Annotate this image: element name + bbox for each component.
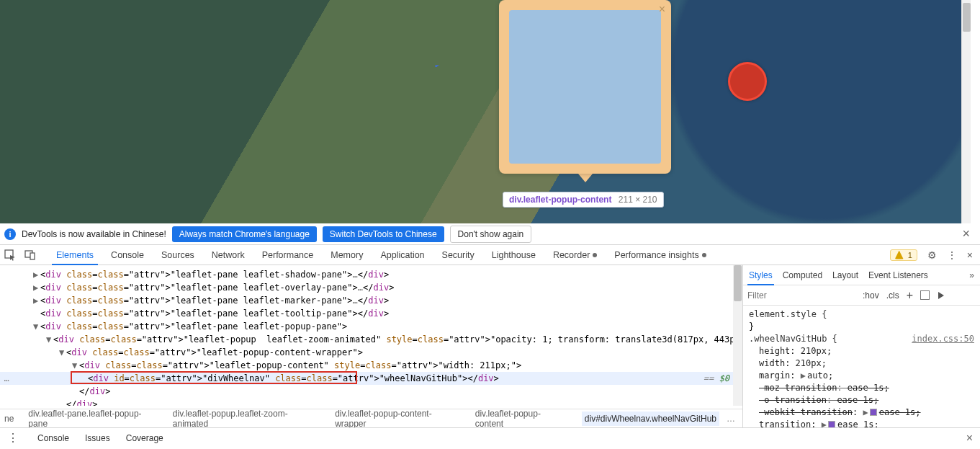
dom-line[interactable]: ▼<div class=class="attrv">"leaflet-popup… [0,359,742,372]
popup-content[interactable] [509,10,661,164]
dom-line[interactable]: ▶<div class=class="attrv">"leaflet-pane … [0,294,742,307]
styles-filter-row: :hov .cls + [743,285,980,306]
dont-show-button[interactable]: Don't show again [450,226,532,243]
warnings-chip[interactable]: 1 [890,249,917,261]
style-rules[interactable]: element.style {}.wheelNavGitHub {index.c… [743,306,980,427]
styles-tab-event-listeners[interactable]: Event Listeners [868,270,928,280]
rule-selector[interactable]: .wheelNavGitHub {index.css:50 [745,333,979,345]
device-toggle-icon[interactable] [24,249,36,261]
breadcrumb-overflow-icon[interactable]: … [727,414,735,424]
inspect-element-icon[interactable] [4,249,16,261]
page-scrollbar[interactable] [961,0,971,223]
preview-dot-icon [593,253,597,257]
tooltip-size: 211 × 210 [619,195,657,205]
preview-dot-icon [702,253,706,257]
color-swatch-icon[interactable] [870,409,877,416]
drawer-more-icon[interactable]: ⋮ [7,431,19,445]
tab-performance-insights[interactable]: Performance insights [606,245,714,264]
rule-close: } [745,321,979,333]
css-property[interactable]: -webkit-transition: ▶ease 1s; [745,406,979,419]
css-property[interactable]: margin: ▶auto; [745,370,979,382]
map-viewport[interactable]: × div.leaflet-popup-content 211 × 210 [0,0,971,223]
cls-toggle[interactable]: .cls [886,290,899,301]
tab-performance[interactable]: Performance [253,245,323,264]
css-property[interactable]: width: 210px; [745,357,979,370]
css-property[interactable]: -o-transition: ease 1s; [745,394,979,406]
dom-line[interactable]: ▼<div class=class="attrv">"leaflet-pane … [0,320,742,333]
scrollbar-thumb[interactable] [963,3,971,32]
expand-icon[interactable]: ▶ [801,370,806,382]
drawer-tab-list: ConsoleIssuesCoverage [37,433,163,443]
map-marker-circle[interactable] [728,62,767,101]
dom-breadcrumbs: ne div.leaflet-pane.leaflet-popup-pane d… [0,409,742,427]
info-icon: i [4,228,16,240]
css-property[interactable]: transition: ▶ease 1s; [745,419,979,427]
devtools-language-notice: i DevTools is now available in Chinese! … [0,223,980,245]
tooltip-selector: div.leaflet-popup-content [509,195,611,205]
dom-scrollbar[interactable] [733,265,742,406]
dom-line[interactable]: <div class=class="attrv">"leaflet-pane l… [0,307,742,320]
styles-panel: StylesComputedLayoutEvent Listeners» :ho… [743,265,980,427]
more-menu-icon[interactable]: ⋮ [947,249,957,261]
breadcrumb-item[interactable]: div.leaflet-pane.leaflet-popup-pane [28,409,158,427]
popup-close-icon[interactable]: × [659,3,665,16]
computed-box-icon[interactable] [920,290,930,300]
switch-language-button[interactable]: Switch DevTools to Chinese [323,226,444,242]
tab-recorder[interactable]: Recorder [544,245,606,264]
selected-node-outline [71,371,357,384]
dom-line[interactable]: ▶<div class=class="attrv">"leaflet-pane … [0,268,742,281]
svg-rect-2 [30,253,35,259]
tab-memory[interactable]: Memory [322,245,372,264]
tab-elements[interactable]: Elements [48,245,102,264]
warning-icon [895,251,904,259]
tab-lighthouse[interactable]: Lighthouse [483,245,544,264]
hov-toggle[interactable]: :hov [863,290,879,301]
styles-subtabs: StylesComputedLayoutEvent Listeners» [743,265,980,285]
popup-wrapper: × [499,0,671,174]
tab-application[interactable]: Application [372,245,433,264]
css-property[interactable]: height: 210px; [745,345,979,357]
color-swatch-icon[interactable] [828,421,835,427]
styles-tabs-overflow-icon[interactable]: » [969,270,974,280]
breadcrumb-item[interactable]: div#divWheelnav.wheelNavGitHub [582,412,719,426]
drawer-close-icon[interactable]: × [966,432,973,445]
notice-text: DevTools is now available in Chinese! [22,229,166,239]
tab-network[interactable]: Network [203,245,253,264]
rule-source-link[interactable]: index.css:50 [912,333,974,345]
drawer-tab-coverage[interactable]: Coverage [126,433,163,443]
inspector-dimension-tooltip: div.leaflet-popup-content 211 × 210 [503,192,664,208]
devtools-close-icon[interactable]: × [967,249,973,261]
drawer-tab-console[interactable]: Console [37,433,69,443]
new-rule-icon[interactable]: + [907,289,913,302]
dom-line[interactable]: </div> [0,398,742,406]
dom-line[interactable]: ▼<div class=class="attrv">"leaflet-popup… [0,346,742,359]
rule-selector[interactable]: element.style { [745,308,979,321]
scrollbar-thumb[interactable] [734,265,742,301]
dom-line[interactable]: </div> [0,385,742,398]
dom-tree[interactable]: ▶<div class=class="attrv">"leaflet-pane … [0,265,742,406]
expand-icon[interactable]: ▶ [863,406,868,419]
always-match-button[interactable]: Always match Chrome's language [172,226,317,242]
styles-tab-styles[interactable]: Styles [749,270,773,280]
dom-line[interactable]: ▶<div class=class="attrv">"leaflet-pane … [0,281,742,294]
styles-tab-layout[interactable]: Layout [832,270,858,280]
styles-filter-input[interactable] [747,290,855,301]
expand-icon[interactable]: ▶ [822,419,827,427]
breadcrumb-item[interactable]: ne [4,414,14,424]
elements-panel[interactable]: ▶<div class=class="attrv">"leaflet-pane … [0,265,743,427]
notice-close-icon[interactable]: × [962,226,970,241]
breadcrumb-item[interactable]: div.leaflet-popup-content [475,409,567,427]
dom-line[interactable]: ▼<div class=class="attrv">"leaflet-popup… [0,333,742,346]
css-property[interactable]: -moz-transition: ease 1s; [745,382,979,394]
drawer-tab-issues[interactable]: Issues [85,433,110,443]
warning-count: 1 [908,251,912,259]
rendering-icon[interactable] [938,292,944,299]
settings-gear-icon[interactable]: ⚙ [927,249,937,261]
breadcrumb-item[interactable]: div.leaflet-popup-content-wrapper [335,409,461,427]
tab-sources[interactable]: Sources [153,245,203,264]
breadcrumb-item[interactable]: div.leaflet-popup.leaflet-zoom-animated [173,409,320,427]
tab-console[interactable]: Console [102,245,153,264]
styles-tab-computed[interactable]: Computed [783,270,822,280]
tab-security[interactable]: Security [433,245,483,264]
devtools-tabs: ElementsConsoleSourcesNetworkPerformance… [48,245,715,264]
